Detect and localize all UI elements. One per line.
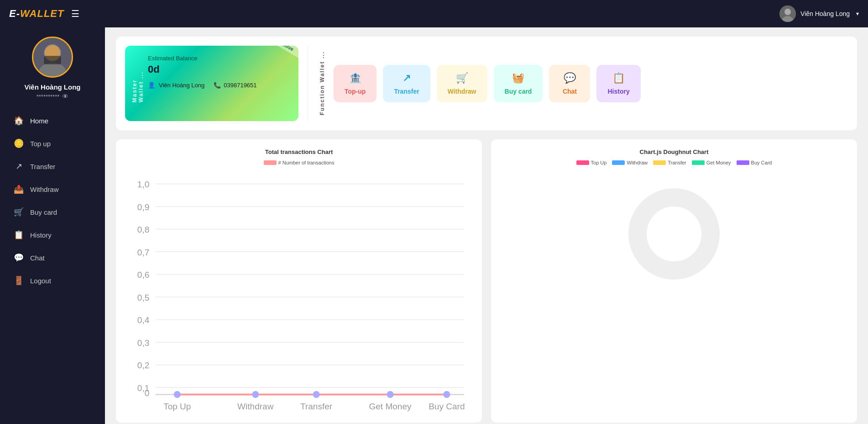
- history-func-icon: 📋: [612, 72, 625, 84]
- eye-icon[interactable]: 👁: [62, 93, 68, 100]
- svg-text:0,6: 0,6: [137, 270, 149, 280]
- topup-func-icon: 🏦: [349, 72, 361, 84]
- svg-point-40: [638, 197, 711, 270]
- func-btn-chat[interactable]: 💬 Chat: [549, 65, 590, 102]
- line-chart-title: Total transactions Chart: [125, 148, 473, 155]
- svg-text:0,2: 0,2: [137, 360, 149, 370]
- function-buttons: 🏦 Top-up↗ Transfer🛒 Withdraw🧺 Buy card💬 …: [334, 65, 641, 102]
- line-chart-area: 1,0 0,9 0,8 0,7 0,6 0,5 0,4 0,3 0,2 0,1 …: [125, 170, 473, 413]
- sidebar-item-label: Transfer: [30, 163, 55, 170]
- sidebar-item-topup[interactable]: 🪙 Top up: [0, 132, 105, 155]
- sidebar-item-label: Withdraw: [30, 186, 59, 193]
- sidebar: Viên Hoàng Long ********** 👁 🏠 Home🪙 Top…: [0, 27, 105, 424]
- func-btn-transfer[interactable]: ↗ Transfer: [383, 65, 430, 102]
- chat-icon: 💬: [14, 253, 24, 263]
- svg-text:Buy Card: Buy Card: [429, 402, 465, 411]
- svg-text:0,8: 0,8: [137, 225, 149, 234]
- doughnut-chart-title: Chart.js Doughnut Chart: [500, 148, 848, 155]
- svg-text:0,5: 0,5: [137, 293, 149, 302]
- svg-text:Transfer: Transfer: [300, 402, 333, 411]
- main-content: Master Wallet ... Estimated Balance 0d 👤…: [105, 27, 868, 424]
- charts-row: Total transactions Chart # Number of tra…: [116, 139, 857, 423]
- svg-point-31: [252, 391, 259, 398]
- sidebar-item-label: Home: [30, 117, 48, 125]
- svg-text:Get Money: Get Money: [369, 402, 412, 411]
- balance-label: Estimated Balance: [148, 55, 289, 62]
- svg-point-32: [313, 391, 319, 398]
- svg-text:Top Up: Top Up: [163, 402, 191, 411]
- card-owner: 👤 Viên Hoàng Long: [148, 82, 204, 89]
- legend-item-get-money: Get Money: [692, 160, 731, 165]
- history-icon: 📋: [14, 230, 24, 240]
- func-btn-buycard[interactable]: 🧺 Buy card: [494, 65, 543, 102]
- svg-point-30: [174, 391, 181, 398]
- svg-text:0,7: 0,7: [137, 248, 149, 257]
- func-btn-topup[interactable]: 🏦 Top-up: [334, 65, 376, 102]
- sidebar-item-history[interactable]: 📋 History: [0, 223, 105, 246]
- card-phone: 📞 0398719651: [214, 82, 256, 89]
- balance-value: 0d: [148, 64, 289, 75]
- sidebar-password: ********** 👁: [37, 93, 69, 100]
- wallet-section: Master Wallet ... Estimated Balance 0d 👤…: [116, 37, 857, 130]
- svg-text:0: 0: [145, 388, 150, 398]
- func-btn-withdraw[interactable]: 🛒 Withdraw: [437, 65, 487, 102]
- legend-item-top-up: Top Up: [576, 160, 607, 165]
- sidebar-item-chat[interactable]: 💬 Chat: [0, 246, 105, 269]
- sidebar-item-transfer[interactable]: ↗ Transfer: [0, 155, 105, 178]
- svg-text:0,3: 0,3: [137, 338, 149, 348]
- user-menu[interactable]: Viên Hoàng Long ▾: [779, 5, 859, 22]
- sidebar-item-label: Buy card: [30, 208, 57, 216]
- buycard-func-icon: 🧺: [512, 72, 524, 84]
- home-icon: 🏠: [14, 116, 24, 126]
- sidebar-item-label: Chat: [30, 254, 45, 262]
- func-btn-history[interactable]: 📋 History: [596, 65, 640, 102]
- sidebar-username: Viên Hoàng Long: [24, 83, 80, 91]
- withdraw-func-icon: 🛒: [456, 72, 468, 84]
- legend-item-buy-card: Buy Card: [737, 160, 772, 165]
- chat-func-icon: 💬: [564, 72, 576, 84]
- transfer-func-icon: ↗: [403, 72, 411, 84]
- sidebar-item-label: Logout: [30, 277, 51, 285]
- sidebar-item-logout[interactable]: 🚪 Logout: [0, 269, 105, 292]
- sidebar-item-label: Top up: [30, 140, 51, 148]
- chevron-down-icon: ▾: [856, 11, 859, 17]
- line-chart-card: Total transactions Chart # Number of tra…: [116, 139, 482, 423]
- hamburger-icon[interactable]: ☰: [71, 8, 79, 19]
- legend-item-withdraw: Withdraw: [612, 160, 648, 165]
- sidebar-avatar: [32, 37, 73, 78]
- line-legend-label: # Number of transactions: [278, 160, 335, 165]
- sidebar-item-buycard[interactable]: 🛒 Buy card: [0, 201, 105, 223]
- doughnut-chart-card: Chart.js Doughnut Chart Top UpWithdrawTr…: [491, 139, 857, 423]
- sidebar-nav: 🏠 Home🪙 Top up↗ Transfer📤 Withdraw🛒 Buy …: [0, 109, 105, 292]
- svg-text:1,0: 1,0: [137, 180, 149, 189]
- buycard-icon: 🛒: [14, 207, 24, 217]
- function-wallet-area: Function Wallet ... 🏦 Top-up↗ Transfer🛒 …: [308, 46, 641, 121]
- svg-point-34: [443, 391, 450, 398]
- topnav: E-WALLET ☰ Viên Hoàng Long ▾: [0, 0, 868, 27]
- svg-point-33: [387, 391, 393, 398]
- svg-text:Withdraw: Withdraw: [237, 402, 274, 411]
- sidebar-item-withdraw[interactable]: 📤 Withdraw: [0, 178, 105, 201]
- master-wallet-label: Master Wallet ...: [131, 64, 144, 102]
- doughnut-area: [500, 170, 848, 298]
- logout-icon: 🚪: [14, 276, 24, 286]
- svg-rect-7: [44, 56, 61, 64]
- withdraw-icon: 📤: [14, 184, 24, 194]
- topup-icon: 🪙: [14, 138, 24, 148]
- doughnut-chart-legend: Top UpWithdrawTransferGet MoneyBuy Card: [500, 160, 848, 165]
- function-wallet-label: Function Wallet ...: [315, 51, 329, 115]
- avatar: [779, 5, 796, 22]
- logo: E-WALLET: [9, 8, 64, 20]
- legend-item-transfer: Transfer: [653, 160, 686, 165]
- transfer-icon: ↗: [14, 161, 24, 171]
- line-chart-legend: # Number of transactions: [125, 160, 473, 165]
- svg-text:0,9: 0,9: [137, 202, 149, 212]
- svg-text:0,4: 0,4: [137, 315, 150, 325]
- sidebar-item-label: History: [30, 231, 52, 239]
- topnav-username: Viên Hoàng Long: [800, 10, 850, 17]
- wallet-card: Master Wallet ... Estimated Balance 0d 👤…: [125, 46, 298, 121]
- sidebar-item-home[interactable]: 🏠 Home: [0, 109, 105, 132]
- svg-point-1: [784, 9, 791, 15]
